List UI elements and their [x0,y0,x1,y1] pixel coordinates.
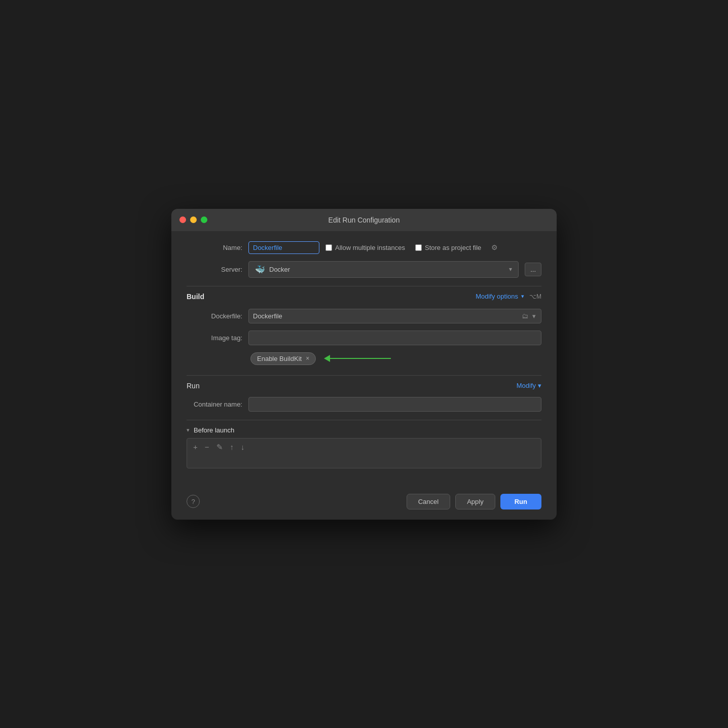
chevron-down-icon: ▾ [509,266,512,273]
dockerfile-input[interactable] [253,312,521,320]
tag-row: Enable BuildKit × [187,352,541,365]
move-up-icon[interactable]: ↑ [230,443,234,451]
tag-close-icon[interactable]: × [306,355,309,362]
dialog-body: Name: Allow multiple instances Store as … [171,231,557,487]
modify-options-shortcut: ⌥M [529,293,541,300]
store-project-checkbox[interactable] [415,244,422,251]
container-name-row: Container name: [187,397,541,412]
apply-button[interactable]: Apply [455,494,495,509]
help-button[interactable]: ? [187,495,200,508]
footer-buttons: Cancel Apply Run [407,494,541,509]
arrow-head [324,355,330,362]
image-tag-row: Image tag: [187,331,541,345]
dialog-footer: ? Cancel Apply Run [171,487,557,509]
server-label: Server: [187,266,242,273]
chevron-down-icon: ▾ [538,382,541,389]
dialog-title: Edit Run Configuration [329,216,400,224]
enable-buildkit-label: Enable BuildKit [257,355,302,362]
image-tag-label: Image tag: [187,334,242,342]
enable-buildkit-tag: Enable BuildKit × [250,352,316,365]
run-button[interactable]: Run [500,494,541,509]
run-section-title: Run [187,382,200,390]
server-row: Server: 🐳 Docker ▾ ... [187,261,541,278]
allow-multiple-label[interactable]: Allow multiple instances [325,244,405,251]
container-name-input[interactable] [248,397,541,412]
divider-3 [187,420,541,420]
store-project-label[interactable]: Store as project file [415,244,481,251]
folder-icon[interactable]: 🗂 [521,312,529,320]
divider [187,286,541,286]
add-icon[interactable]: + [193,443,198,451]
name-row: Name: Allow multiple instances Store as … [187,241,541,254]
title-bar-buttons [179,216,207,223]
image-tag-input[interactable] [248,331,541,345]
before-launch-header[interactable]: ▾ Before launch [187,426,541,434]
name-label: Name: [187,244,242,251]
arrow-line [330,358,391,359]
run-header: Run Modify ▾ [187,382,541,390]
server-dropdown[interactable]: 🐳 Docker ▾ [248,261,519,278]
gear-icon[interactable]: ⚙ [491,243,498,251]
cancel-button[interactable]: Cancel [407,494,450,509]
move-down-icon[interactable]: ↓ [241,443,245,451]
title-bar: Edit Run Configuration [171,209,557,231]
before-launch-toolbar-area: + − ✎ ↑ ↓ [187,438,541,468]
before-launch-toolbar: + − ✎ ↑ ↓ [193,443,535,452]
dockerfile-row: Dockerfile: 🗂 ▾ [187,309,541,323]
name-input[interactable] [248,241,319,254]
maximize-button[interactable] [201,216,207,223]
dockerfile-label: Dockerfile: [187,312,242,320]
chevron-down-icon[interactable]: ▾ [531,312,537,320]
minimize-button[interactable] [190,216,197,223]
allow-multiple-checkbox[interactable] [325,244,332,251]
edit-icon[interactable]: ✎ [216,443,223,452]
run-modify-button[interactable]: Modify ▾ [517,382,541,389]
dockerfile-input-wrapper[interactable]: 🗂 ▾ [248,309,541,323]
build-section-title: Build [187,293,204,301]
before-launch-chevron-icon: ▾ [187,427,190,433]
server-value: Docker [269,266,290,273]
arrow-indicator [324,355,391,362]
ellipsis-button[interactable]: ... [525,263,541,276]
run-section: Run Modify ▾ Container name: [187,382,541,412]
edit-run-config-dialog: Edit Run Configuration Name: Allow multi… [171,209,557,520]
before-launch-title: Before launch [194,426,234,434]
modify-options-button[interactable]: Modify options ▾ ⌥M [476,293,541,300]
close-button[interactable] [179,216,186,223]
chevron-down-icon: ▾ [521,293,524,300]
divider-2 [187,375,541,376]
remove-icon[interactable]: − [205,443,209,451]
build-section-header: Build Modify options ▾ ⌥M [187,293,541,301]
container-name-label: Container name: [187,401,242,408]
docker-icon: 🐳 [255,265,265,274]
before-launch-section: ▾ Before launch + − ✎ ↑ ↓ [187,426,541,468]
checkbox-group: Allow multiple instances Store as projec… [325,243,541,251]
